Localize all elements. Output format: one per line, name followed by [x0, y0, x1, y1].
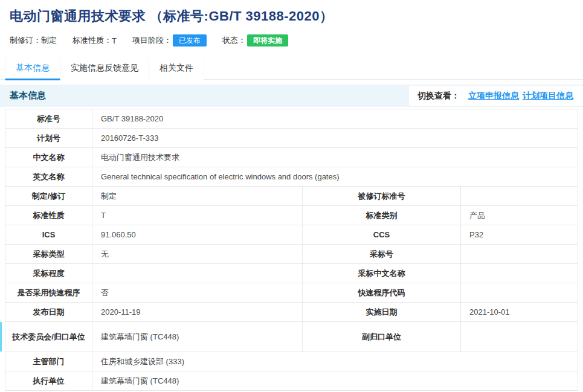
field-label: 标准类别: [303, 206, 461, 225]
table-row-standard-nature: 标准性质 T 标准类别 产品: [5, 206, 578, 225]
field-label: 英文名称: [5, 167, 92, 186]
page-header: 电动门窗通用技术要求 （标准号:GB/T 39188-2020） 制修订： 制定…: [0, 0, 583, 47]
field-label: 采标程度: [5, 264, 92, 283]
table-row-english-name: 英文名称 General technical specification of …: [5, 167, 578, 187]
field-label: 是否采用快速程序: [5, 283, 92, 302]
table-row-ics-ccs: ICS 91.060.50 CCS P32: [5, 225, 578, 245]
field-label: 制定/修订: [5, 187, 92, 205]
table-row-dates: 发布日期 2020-11-19 实施日期 2021-10-01: [5, 303, 578, 322]
table-row-technical-committee: 技术委员会/归口单位 建筑幕墙门窗 (TC448) 副归口单位: [5, 322, 578, 352]
row-highlight-marker: [0, 322, 2, 352]
field-value: 住房和城乡建设部 (333): [92, 352, 578, 371]
table-row-chinese-name: 中文名称 电动门窗通用技术要求: [5, 148, 578, 167]
field-value: [461, 283, 578, 302]
table-row-fast-track: 是否采用快速程序 否 快速程序代码: [5, 283, 578, 303]
field-label: ICS: [5, 225, 92, 244]
field-label: 发布日期: [5, 303, 92, 321]
field-label: 执行单位: [5, 371, 92, 390]
tab-related-files[interactable]: 相关文件: [149, 57, 204, 80]
field-value: 建筑幕墙门窗 (TC448): [92, 371, 578, 390]
field-value: 2020-11-19: [92, 303, 303, 321]
field-label: 副归口单位: [303, 322, 461, 352]
table-row-standard-number: 标准号 GB/T 39188-2020: [5, 109, 578, 129]
tab-implementation-feedback[interactable]: 实施信息反馈意见: [60, 57, 149, 80]
meta-stage-label: 项目阶段：: [132, 35, 172, 46]
field-value: 91.060.50: [92, 225, 303, 244]
table-row-adoption-type: 采标类型 无 采标号: [5, 245, 578, 264]
field-value: P32: [461, 225, 578, 244]
tab-bar: 基本信息 实施信息反馈意见 相关文件: [0, 56, 583, 80]
meta-bar: 制修订： 制定 标准性质： T 项目阶段： 已发布 状态： 即将实施: [10, 34, 573, 47]
table-row-revision-type: 制定/修订 制定 被修订标准号: [5, 187, 578, 206]
detail-table: 标准号 GB/T 39188-2020 计划号 20160726-T-333 中…: [5, 109, 578, 391]
field-label: 采标类型: [5, 245, 92, 263]
link-project-application-info[interactable]: 立项申报信息: [468, 91, 519, 101]
meta-nature: 标准性质： T: [72, 35, 117, 46]
table-row-plan-number: 计划号 20160726-T-333: [5, 129, 578, 148]
field-value: General technical specification of elect…: [92, 167, 578, 186]
standard-detail-page: 电动门窗通用技术要求 （标准号:GB/T 39188-2020） 制修订： 制定…: [0, 0, 583, 392]
field-value: 2021-10-01: [461, 303, 578, 321]
meta-revision-value: 制定: [41, 35, 57, 46]
field-label: 标准号: [5, 109, 92, 128]
meta-nature-label: 标准性质：: [72, 35, 112, 46]
field-value: T: [92, 206, 303, 225]
meta-nature-value: T: [112, 36, 117, 45]
status-badge: 即将实施: [247, 34, 288, 47]
meta-status-label: 状态：: [222, 35, 246, 46]
field-label: 计划号: [5, 129, 92, 147]
field-label: 被修订标准号: [303, 187, 461, 205]
field-value: [461, 245, 578, 263]
field-value: [461, 187, 578, 205]
page-title: 电动门窗通用技术要求 （标准号:GB/T 39188-2020）: [10, 7, 573, 25]
table-row-executing-unit: 执行单位 建筑幕墙门窗 (TC448): [5, 371, 578, 391]
field-label: 实施日期: [303, 303, 461, 321]
stage-badge: 已发布: [173, 34, 207, 47]
tab-basic-info[interactable]: 基本信息: [5, 57, 60, 80]
meta-stage: 项目阶段： 已发布: [132, 34, 207, 47]
field-value: 否: [92, 283, 303, 302]
field-value: 20160726-T-333: [92, 129, 578, 147]
field-value: 产品: [461, 206, 578, 225]
section-header-bar: 基本信息 切换查看： 立项申报信息 计划项目信息: [0, 85, 583, 107]
field-label: 标准性质: [5, 206, 92, 225]
field-value: [461, 322, 578, 352]
meta-revision: 制修订： 制定: [10, 35, 57, 46]
table-row-competent-department: 主管部门 住房和城乡建设部 (333): [5, 352, 578, 371]
field-label: 中文名称: [5, 148, 92, 167]
field-label: 快速程序代码: [303, 283, 461, 302]
field-value: 制定: [92, 187, 303, 205]
field-label: 主管部门: [5, 352, 92, 371]
field-label: 采标中文名称: [303, 264, 461, 283]
meta-revision-label: 制修订：: [10, 35, 41, 46]
field-value: 无: [92, 245, 303, 263]
table-row-adoption-degree: 采标程度 采标中文名称: [5, 264, 578, 283]
field-value: 电动门窗通用技术要求: [92, 148, 578, 167]
field-value: [461, 264, 578, 283]
link-plan-project-info[interactable]: 计划项目信息: [523, 91, 573, 101]
field-value: GB/T 39188-2020: [92, 109, 578, 128]
field-value: [92, 264, 303, 283]
field-value: 建筑幕墙门窗 (TC448): [92, 322, 303, 352]
switch-view-links: 立项申报信息 计划项目信息: [468, 91, 573, 101]
switch-view-label: 切换查看：: [417, 91, 460, 101]
section-title: 基本信息: [0, 90, 46, 101]
field-label: 采标号: [303, 245, 461, 263]
field-label: 技术委员会/归口单位: [5, 322, 92, 352]
meta-status: 状态： 即将实施: [222, 34, 288, 47]
field-label: CCS: [303, 225, 461, 244]
switch-view-box: 切换查看： 立项申报信息 计划项目信息: [409, 86, 583, 106]
